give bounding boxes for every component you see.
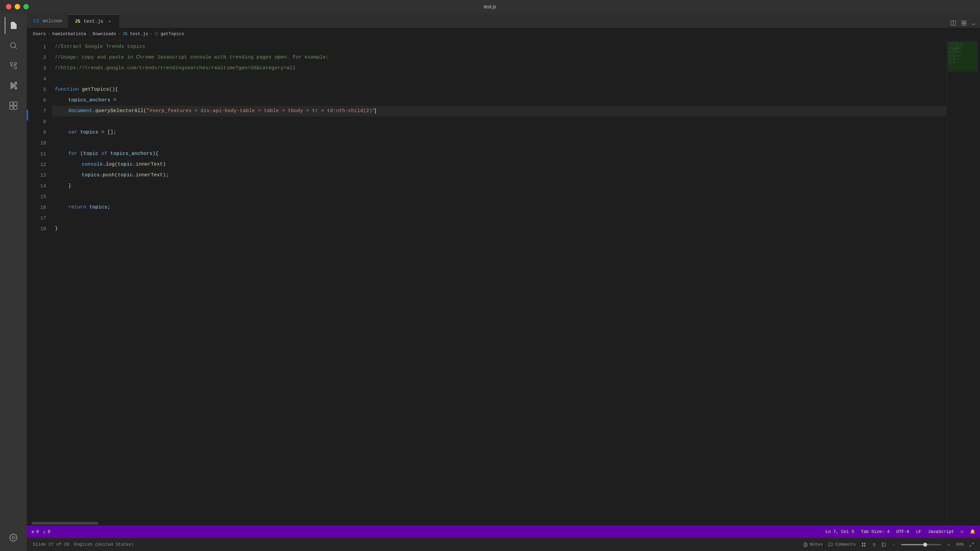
zoom-out-button[interactable]: － [891,541,896,548]
language-item[interactable]: English (United States) [74,542,134,547]
tab-testjs-label: test.js [84,19,103,24]
minimize-button[interactable] [15,4,20,10]
status-tabsize[interactable]: Tab Size: 4 [861,529,890,534]
fullscreen-icon [969,542,974,547]
code-editor[interactable]: 1 2 3 4 5 6 7 8 9 10 11 12 13 14 15 16 1… [27,40,980,521]
more-actions-icon[interactable]: ⋯ [972,21,975,28]
breadcrumb-users[interactable]: Users [33,32,46,37]
svg-rect-9 [14,102,17,105]
view-toggle-1[interactable] [861,542,866,547]
svg-rect-16 [964,21,966,23]
status-lineending[interactable]: LF [916,529,921,534]
svg-rect-8 [10,102,13,105]
window-title: test.js [484,4,496,10]
svg-rect-22 [864,543,865,544]
window-controls[interactable] [6,4,29,10]
error-count: 0 [36,529,39,534]
breadcrumb-gettopics[interactable]: getTopics [161,32,184,37]
status-encoding[interactable]: UTF-8 [896,529,910,534]
line-numbers: 1 2 3 4 5 6 7 8 9 10 11 12 13 14 15 16 1… [29,40,52,521]
svg-point-7 [15,87,17,89]
extensions-icon[interactable] [5,97,22,115]
code-line-16: return topics; [52,202,947,213]
files-icon[interactable] [5,17,22,34]
editor-layout-icon[interactable] [961,20,967,28]
view-toggle-2[interactable] [871,542,876,547]
debug-icon[interactable] [5,77,22,94]
notes-button[interactable]: Notes [803,542,823,547]
code-line-12: console.log(topic.innerText) [52,159,947,170]
error-icon: ✕ [32,529,34,535]
breadcrumb-sep-1: › [48,32,50,37]
slide-info-text: Slide 27 of 28 [33,542,69,547]
zoom-thumb[interactable] [923,543,927,547]
view-toggle-3[interactable] [881,542,886,547]
main-layout: VS Welcome JS test.js ✕ [0,13,980,551]
breadcrumb-hamletbatista[interactable]: hamletbatista [52,32,86,37]
code-line-6: topics_anchors = [52,95,947,106]
svg-rect-21 [862,543,863,544]
warning-icon: ⚠ [43,529,46,535]
svg-line-1 [15,47,17,49]
fullscreen-button[interactable] [969,542,974,547]
svg-point-4 [14,62,17,65]
svg-rect-11 [14,106,17,109]
minimap: // Extract Google Trends // Usage: copy … [947,40,980,521]
code-content[interactable]: //Extract Google Trends topics //Usage: … [52,40,947,521]
comments-button[interactable]: Comments [828,542,856,547]
status-bell[interactable]: 🔔 [970,529,975,534]
maximize-button[interactable] [24,4,29,10]
code-line-1: //Extract Google Trends topics [52,41,947,52]
encoding-text: UTF-8 [896,529,910,534]
close-button[interactable] [6,4,11,10]
breadcrumb-symbol-icon: ⬡ [154,32,158,37]
zoom-in-button[interactable]: ＋ [947,541,951,548]
svg-rect-10 [10,106,13,109]
status-smiley[interactable]: ☺ [961,529,963,534]
status-errors[interactable]: ✕ 0 ⚠ 0 [32,529,51,535]
status-left: ✕ 0 ⚠ 0 [32,529,51,535]
zoom-out-icon: － [891,541,896,548]
code-line-4 [52,73,947,84]
activity-bar [0,13,27,551]
code-line-14: } [52,181,947,191]
title-bar: test.js [0,0,980,13]
code-line-9: var topics = []; [52,127,947,138]
bottom-bar: Slide 27 of 28 English (United States) N… [27,538,980,551]
code-line-15 [52,191,947,202]
breadcrumb-testjs[interactable]: test.js [130,32,148,37]
tab-bar: VS Welcome JS test.js ✕ [27,13,980,28]
zoom-track [901,544,941,545]
position-text: Ln 7, Col 5 [826,529,854,534]
zoom-level[interactable]: 60% [956,542,964,547]
svg-line-34 [970,545,971,546]
settings-icon[interactable] [5,529,22,546]
zoom-slider[interactable] [901,544,941,545]
code-line-10 [52,138,947,148]
code-line-8 [52,116,947,127]
code-line-3: //https://trends.google.com/trends/trend… [52,63,947,73]
slide-info[interactable]: Slide 27 of 28 [33,542,69,547]
notes-icon [803,542,808,547]
horizontal-scrollbar[interactable] [27,521,980,526]
editor-area: VS Welcome JS test.js ✕ [27,13,980,551]
scrollbar-thumb[interactable] [32,522,98,525]
breadcrumb-downloads[interactable]: Downloads [92,32,116,37]
status-position[interactable]: Ln 7, Col 5 [826,529,854,534]
tab-testjs[interactable]: JS test.js ✕ [68,14,119,28]
tab-close-button[interactable]: ✕ [107,18,113,24]
search-icon[interactable] [5,37,22,54]
tab-welcome[interactable]: VS Welcome [27,14,68,28]
svg-rect-24 [864,545,865,546]
status-language[interactable]: JavaScript [928,529,954,534]
source-control-icon[interactable] [5,57,22,74]
status-bar: ✕ 0 ⚠ 0 Ln 7, Col 5 Tab Size: 4 UTF-8 LF [27,526,980,538]
list-icon [871,542,876,547]
warning-count: 0 [48,529,51,534]
split-editor-icon[interactable] [950,20,956,28]
breadcrumb: Users › hamletbatista › Downloads › JS t… [27,28,980,40]
language-text: English (United States) [74,542,134,547]
svg-rect-17 [962,24,964,25]
code-line-5: function getTopics(){ [52,84,947,95]
sidebar-icon [881,542,886,547]
